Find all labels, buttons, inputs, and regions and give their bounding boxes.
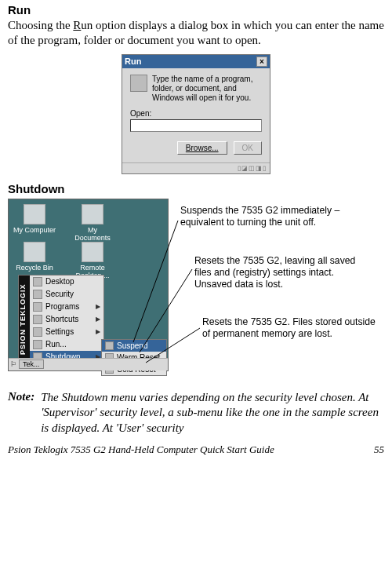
chevron-right-icon: ▶ — [96, 328, 100, 335]
run-icon — [33, 340, 42, 349]
start-item-security[interactable]: Security — [30, 288, 103, 301]
heading-shutdown: Shutdown — [8, 182, 384, 195]
note-text: The Shutdown menu varies depending on th… — [41, 390, 384, 436]
run-dialog-titlebar: Run × — [122, 55, 270, 68]
start-item-label: Desktop — [45, 277, 100, 286]
run-dialog: Run × Type the name of a program, folder… — [122, 54, 270, 174]
start-menu: PSION TEKLOGIX Desktop Security Programs… — [18, 275, 104, 364]
chevron-right-icon: ▶ — [96, 316, 100, 323]
start-item-programs[interactable]: Programs▶ — [30, 301, 103, 313]
start-item-label: Settings — [45, 327, 96, 336]
open-label: Open: — [130, 109, 262, 118]
footer-page-number: 55 — [374, 443, 384, 456]
heading-run: Run — [8, 3, 384, 16]
start-menu-strip: PSION TEKLOGIX — [19, 276, 30, 363]
run-icon — [130, 75, 147, 92]
lock-icon — [33, 290, 42, 299]
taskbar: ⚐ Tek... — [9, 358, 168, 370]
run-body-pre: Choosing the — [8, 19, 73, 31]
desktop-icon-my-computer[interactable]: My Computer — [13, 204, 56, 242]
start-item-desktop[interactable]: Desktop — [30, 276, 103, 288]
start-item-run[interactable]: Run... — [30, 338, 103, 351]
start-item-label: Run... — [45, 340, 100, 349]
browse-button-label: Browse... — [186, 144, 219, 152]
gear-icon — [33, 327, 42, 337]
callout-suspend: Suspends the 7535 G2 immediately – equiv… — [180, 205, 372, 229]
desktop-icon-my-documents[interactable]: My Documents — [71, 204, 114, 242]
run-dialog-prompt: Type the name of a program, folder, or d… — [152, 75, 262, 103]
start-item-label: Security — [45, 290, 100, 298]
note-label: Note: — [8, 390, 34, 436]
shortcut-icon — [33, 315, 42, 324]
footer-title: Psion Teklogix 7535 G2 Hand-Held Compute… — [8, 443, 274, 456]
dialog-taskbar-tray: ▯◪◫◨▯ — [122, 162, 270, 173]
desktop-icon-remote-desktop[interactable]: Remote Desktop ... — [71, 242, 114, 279]
desktop-icon — [33, 277, 42, 286]
desktop-screenshot: My Computer My Documents Recycle Bin Rem… — [8, 199, 169, 371]
submenu-label: Suspend — [117, 341, 147, 350]
run-dialog-title: Run — [125, 57, 141, 66]
submenu-suspend[interactable]: Suspend — [102, 340, 166, 352]
callout-warm-reset: Resets the 7535 G2, leaving all saved fi… — [194, 255, 373, 291]
note-block: Note: The Shutdown menu varies depending… — [8, 390, 384, 436]
desktop-icon-label: My Documents — [74, 226, 111, 242]
start-item-shortcuts[interactable]: Shortcuts▶ — [30, 313, 103, 326]
start-item-label: Programs — [45, 302, 96, 311]
run-body-post-link: un — [81, 19, 93, 31]
chevron-right-icon: ▶ — [96, 303, 100, 310]
run-link-letter: R — [73, 19, 81, 31]
close-icon[interactable]: × — [256, 57, 267, 67]
open-input[interactable] — [130, 119, 262, 132]
page-footer: Psion Teklogix 7535 G2 Hand-Held Compute… — [8, 443, 384, 456]
folder-icon — [33, 302, 42, 312]
start-flag-icon[interactable]: ⚐ — [10, 360, 16, 368]
run-paragraph: Choosing the Run option displays a dialo… — [8, 18, 384, 48]
desktop-icon-label: My Computer — [13, 226, 56, 234]
browse-button[interactable]: Browse... — [177, 141, 227, 155]
start-item-label: Shortcuts — [45, 315, 96, 323]
ok-button[interactable]: OK — [234, 141, 262, 155]
desktop-icon-label: Recycle Bin — [16, 264, 53, 272]
callout-cold-reset: Resets the 7535 G2. Files stored outside… — [202, 316, 376, 341]
start-item-settings[interactable]: Settings▶ — [30, 326, 103, 338]
taskbar-start-button[interactable]: Tek... — [19, 359, 44, 369]
suspend-icon — [105, 341, 114, 350]
desktop-icon-recycle-bin[interactable]: Recycle Bin — [13, 242, 56, 279]
